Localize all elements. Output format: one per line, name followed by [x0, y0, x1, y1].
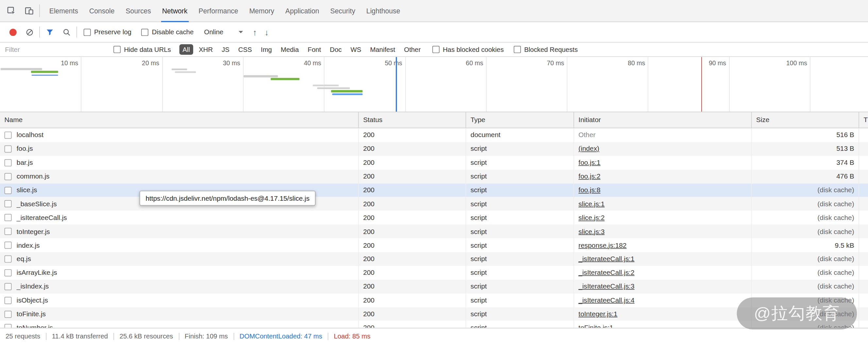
tab-network[interactable]: Network — [157, 0, 193, 22]
waterfall-bar — [332, 93, 363, 95]
file-icon — [5, 283, 12, 290]
blocked-requests-checkbox[interactable] — [514, 46, 521, 53]
has-blocked-cookies-checkbox[interactable] — [432, 46, 439, 53]
tab-memory[interactable]: Memory — [244, 0, 280, 22]
tab-elements[interactable]: Elements — [44, 0, 84, 22]
table-row[interactable]: bar.js200scriptfoo.js:1374 B — [0, 156, 868, 169]
request-initiator[interactable]: foo.js:1 — [579, 159, 600, 167]
request-type: script — [466, 238, 574, 252]
request-status: 200 — [359, 142, 466, 156]
tab-performance[interactable]: Performance — [193, 0, 244, 22]
table-row[interactable]: foo.js200script(index)513 B — [0, 142, 868, 156]
timeline-tick-label: 70 ms — [515, 60, 564, 66]
request-initiator[interactable]: slice.js:1 — [579, 200, 604, 208]
tab-security[interactable]: Security — [325, 0, 361, 22]
table-row[interactable]: _isIterateeCall.js200scriptslice.js:2(di… — [0, 211, 868, 225]
statusbar-separator — [233, 333, 234, 340]
filter-chip-media[interactable]: Media — [277, 44, 302, 55]
tab-lighthouse[interactable]: Lighthouse — [361, 0, 406, 22]
request-initiator-cell: _isIterateeCall.js:3 — [574, 280, 752, 294]
request-initiator[interactable]: slice.js:2 — [579, 214, 604, 221]
search-icon[interactable] — [59, 25, 73, 39]
hide-data-urls-checkbox[interactable] — [114, 46, 121, 53]
column-header-size[interactable]: Size — [752, 112, 859, 128]
table-row[interactable]: _baseSlice.js200scriptslice.js:1(disk ca… — [0, 197, 868, 211]
filter-chip-img[interactable]: Img — [257, 44, 275, 55]
table-row[interactable]: localhost200documentOther516 B — [0, 128, 868, 142]
request-initiator-cell: _isIterateeCall.js:1 — [574, 252, 752, 266]
request-initiator[interactable]: foo.js:8 — [579, 186, 600, 194]
device-toolbar-icon[interactable] — [20, 0, 38, 22]
network-status-bar: 25 requests11.4 kB transferred25.6 kB re… — [0, 328, 868, 344]
request-status: 200 — [359, 294, 466, 307]
filter-chip-doc[interactable]: Doc — [327, 44, 345, 55]
column-header-status[interactable]: Status — [359, 112, 466, 128]
table-row[interactable]: eq.js200script_isIterateeCall.js:1(disk … — [0, 252, 868, 266]
filter-toggle-icon[interactable] — [42, 25, 57, 39]
timeline-overview[interactable]: 10 ms20 ms30 ms40 ms50 ms60 ms70 ms80 ms… — [0, 57, 868, 112]
table-row[interactable]: toInteger.js200scriptslice.js:3(disk cac… — [0, 225, 868, 238]
tab-sources[interactable]: Sources — [120, 0, 157, 22]
request-initiator[interactable]: (index) — [579, 145, 599, 153]
table-row[interactable]: common.js200scriptfoo.js:2476 B — [0, 169, 868, 183]
request-name-cell: eq.js — [0, 252, 359, 266]
request-initiator: Other — [579, 131, 595, 139]
request-name: localhost — [17, 131, 43, 139]
request-status: 200 — [359, 280, 466, 294]
import-har-icon[interactable]: ↑ — [253, 28, 257, 36]
clear-button[interactable] — [22, 25, 37, 39]
request-name-cell: _isIndex.js — [0, 280, 359, 294]
request-initiator[interactable]: _isIterateeCall.js:1 — [579, 255, 634, 263]
request-initiator[interactable]: slice.js:3 — [579, 228, 604, 235]
file-icon — [5, 297, 12, 304]
request-initiator[interactable]: response.js:182 — [579, 241, 626, 249]
table-row[interactable]: _isIndex.js200script_isIterateeCall.js:3… — [0, 280, 868, 294]
request-initiator-cell: slice.js:2 — [574, 211, 752, 225]
request-initiator[interactable]: _isIterateeCall.js:2 — [579, 269, 634, 277]
timeline-tick-label: 20 ms — [110, 60, 159, 66]
request-name: _baseSlice.js — [17, 200, 57, 208]
request-status: 200 — [359, 225, 466, 238]
preserve-log-checkbox[interactable] — [84, 28, 91, 36]
request-initiator[interactable]: toInteger.js:1 — [579, 310, 617, 318]
table-row[interactable]: toNumber.js200scripttoFinite.js:1(disk c… — [0, 321, 868, 328]
tab-console[interactable]: Console — [84, 0, 120, 22]
table-row[interactable]: isObject.js200script_isIterateeCall.js:4… — [0, 294, 868, 307]
column-header-t[interactable]: T — [859, 112, 868, 128]
statusbar-separator — [46, 333, 46, 340]
filter-chip-manifest[interactable]: Manifest — [367, 44, 398, 55]
column-header-name[interactable]: Name — [0, 112, 359, 128]
filter-chip-all[interactable]: All — [179, 44, 193, 55]
inspect-element-icon[interactable] — [2, 0, 20, 22]
filter-chip-css[interactable]: CSS — [235, 44, 255, 55]
request-initiator[interactable]: toFinite.js:1 — [579, 324, 613, 328]
throttling-select[interactable]: Online — [204, 28, 244, 36]
filter-chip-xhr[interactable]: XHR — [195, 44, 216, 55]
tab-application[interactable]: Application — [280, 0, 324, 22]
request-status: 200 — [359, 183, 466, 197]
network-toolbar: Preserve log Disable cache Online ↑ ↓ — [0, 22, 868, 43]
request-type: script — [466, 266, 574, 280]
export-har-icon[interactable]: ↓ — [265, 28, 269, 36]
filter-chip-js[interactable]: JS — [218, 44, 233, 55]
file-icon — [5, 324, 12, 328]
filter-input[interactable] — [0, 42, 108, 56]
table-row[interactable]: index.js200scriptresponse.js:1829.5 kB — [0, 238, 868, 252]
request-initiator[interactable]: foo.js:2 — [579, 173, 600, 180]
table-row[interactable]: slice.js200scriptfoo.js:8(disk cache) — [0, 183, 868, 197]
column-header-type[interactable]: Type — [466, 112, 574, 128]
filter-chip-ws[interactable]: WS — [347, 44, 364, 55]
filter-chip-font[interactable]: Font — [304, 44, 324, 55]
table-row[interactable]: isArrayLike.js200script_isIterateeCall.j… — [0, 266, 868, 280]
request-initiator[interactable]: _isIterateeCall.js:4 — [579, 296, 634, 304]
column-header-initiator[interactable]: Initiator — [574, 112, 752, 128]
disable-cache-checkbox[interactable] — [142, 28, 149, 36]
request-name: index.js — [17, 241, 40, 249]
timeline-tick-label: 10 ms — [28, 60, 78, 66]
record-button[interactable] — [5, 25, 20, 39]
request-size: (disk cache) — [752, 280, 859, 294]
request-status: 200 — [359, 156, 466, 169]
filter-chip-other[interactable]: Other — [401, 44, 424, 55]
request-initiator[interactable]: _isIterateeCall.js:3 — [579, 283, 634, 290]
requests-table-header: NameStatusTypeInitiatorSizeT — [0, 112, 868, 128]
